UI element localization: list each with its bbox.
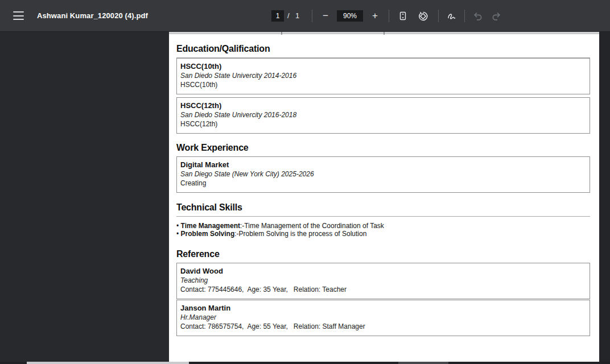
rotate-ccw-icon [418, 11, 428, 22]
section-reference: Reference David Wood Teaching Contact: 7… [176, 249, 590, 336]
horizontal-scrollbar-segment [398, 362, 448, 364]
menu-icon[interactable] [13, 11, 24, 20]
horizontal-scrollbar-thumb[interactable] [27, 362, 189, 364]
entry-detail: HSCC(10th) [180, 81, 584, 89]
page-count-separator: / [287, 0, 290, 32]
toolbar-divider [312, 10, 312, 22]
entry-subtitle: San Diedo State Univercity 2014-2016 [180, 72, 584, 80]
horizontal-scrollbar[interactable] [0, 362, 610, 364]
fit-to-page-icon [398, 11, 408, 21]
reference-entry-janson-martin: Janson Martin Hr.Manager Contact: 786575… [176, 300, 590, 336]
undo-button[interactable] [472, 10, 484, 22]
zoom-out-button[interactable]: − [319, 10, 332, 22]
cutoff-content-strip [169, 32, 599, 34]
annotate-button[interactable] [446, 10, 458, 22]
entry-detail: HSCC(12th) [180, 120, 584, 129]
redo-icon [491, 11, 501, 21]
section-work-experience: Work Experience Digital Market San Diego… [176, 143, 590, 193]
document-title: Ashwani Kumar_120020 (4).pdf [37, 0, 148, 32]
entry-subtitle: San Diedo State Univercity 2016-2018 [180, 111, 584, 119]
pdf-viewer-canvas: Education/Qalification HSCC(10th) San Di… [0, 32, 610, 364]
entry-subtitle: Hr.Manager [180, 313, 584, 322]
entry-subtitle: San Diego State (New York City) 2025-202… [180, 170, 584, 179]
education-heading: Education/Qalification [176, 44, 590, 58]
skill-term: Time Management [181, 222, 240, 230]
toolbar-divider [438, 10, 439, 22]
pdf-page: Education/Qalification HSCC(10th) San Di… [169, 32, 599, 362]
redo-button[interactable] [490, 10, 502, 22]
vertical-scrollbar[interactable] [599, 32, 610, 362]
undo-icon [473, 11, 483, 21]
entry-title: David Wood [180, 267, 584, 276]
page-count-total: 1 [295, 0, 299, 32]
entry-title: HSCC(10th) [180, 62, 584, 71]
entry-detail: Contact: 786575754, Age: 55 Year, Relati… [180, 322, 584, 331]
rotate-button[interactable] [417, 10, 429, 22]
entry-title: Digital Market [180, 160, 584, 169]
entry-title: Janson Martin [180, 304, 584, 313]
work-experience-heading: Work Experience [176, 143, 590, 157]
education-entry-hscc12: HSCC(12th) San Diedo State Univercity 20… [176, 97, 590, 134]
entry-title: HSCC(12th) [180, 101, 584, 110]
entry-detail: Creating [180, 179, 584, 188]
toolbar-divider [389, 10, 389, 22]
skill-description: :-Time Management of the Coordination of… [240, 222, 384, 230]
bullet: • [176, 222, 179, 230]
reference-heading: Reference [176, 249, 590, 259]
section-education: Education/Qalification HSCC(10th) San Di… [176, 44, 590, 134]
pen-squiggle-icon [446, 10, 458, 22]
entry-detail: Contact: 775445646, Age: 35 Year, Relati… [180, 286, 584, 294]
fit-to-page-button[interactable] [397, 10, 409, 22]
zoom-level-input[interactable]: 90% [337, 10, 363, 22]
skill-item: • Time Management:-Time Management of th… [176, 222, 590, 230]
skill-description: :-Problem Solving is the process of Solu… [234, 230, 366, 238]
work-entry-digital-market: Digital Market San Diego State (New York… [176, 156, 590, 193]
section-technical-skills: Technical Skills • Time Management:-Time… [176, 202, 590, 238]
entry-subtitle: Teaching [180, 276, 584, 285]
technical-skills-heading: Technical Skills [176, 202, 590, 217]
page-number-input[interactable]: 1 [271, 10, 284, 22]
education-entry-hscc10: HSCC(10th) San Diedo State Univercity 20… [176, 58, 590, 94]
skill-term: Problem Solving [181, 230, 235, 238]
reference-entry-david-wood: David Wood Teaching Contact: 775445646, … [176, 263, 590, 299]
toolbar-divider [464, 10, 465, 22]
bullet: • [176, 230, 179, 238]
pdf-toolbar: Ashwani Kumar_120020 (4).pdf 1 / 1 − 90%… [0, 0, 610, 32]
skill-list: • Time Management:-Time Management of th… [176, 222, 590, 238]
skill-item: • Problem Solving:-Problem Solving is th… [176, 230, 590, 238]
zoom-in-button[interactable]: + [369, 10, 381, 22]
